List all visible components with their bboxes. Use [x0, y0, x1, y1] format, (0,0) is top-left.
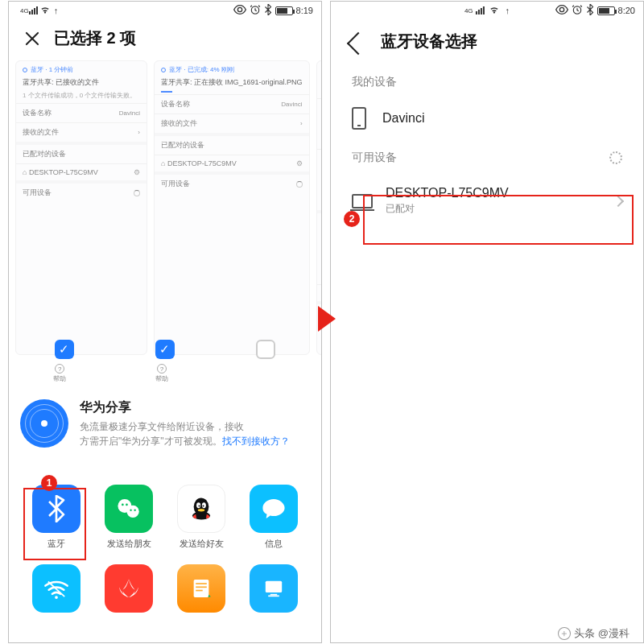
label-paired: 已配对的设备	[161, 140, 303, 151]
watermark: × 头条 @漫科	[555, 626, 633, 641]
wechat-icon	[105, 485, 153, 533]
svg-point-3	[122, 504, 124, 506]
checkbox-selected[interactable]: ✓	[155, 340, 175, 359]
value-paired: DESKTOP-L75C9MV	[29, 168, 134, 176]
help-button[interactable]: ?帮助	[53, 364, 66, 383]
preview-card[interactable]: 蓝牙 · 已完成: 4% 刚刚 蓝牙共享: 正在接收 IMG_1691-orig…	[154, 60, 310, 355]
huawei-share-panel: 华为分享 免流量极速分享文件给附近设备，接收方需开启"华为分享"才可被发现。找不…	[20, 399, 310, 448]
svg-point-2	[126, 506, 138, 518]
message-icon	[250, 485, 298, 533]
share-app-cast[interactable]	[237, 564, 310, 617]
checkbox-row: ✓ ✓	[9, 340, 321, 359]
eye-icon	[555, 5, 568, 16]
svg-point-14	[55, 596, 58, 599]
app-label: 信息	[265, 538, 283, 550]
device-row-mine[interactable]: Davinci	[331, 97, 643, 139]
card-line: 蓝牙共享: 已接收的文件	[16, 77, 147, 91]
bluetooth-dot-icon	[161, 68, 166, 72]
signal-icon	[476, 6, 485, 14]
value-device: Davinci	[119, 109, 140, 117]
net-label: 4G	[20, 7, 29, 14]
huawei-share-icon[interactable]	[20, 399, 68, 448]
step-badge-2: 2	[344, 211, 360, 227]
app-label: 发送给好友	[180, 538, 224, 550]
spinner-icon	[134, 190, 140, 196]
wlan-icon	[32, 564, 80, 613]
upload-icon: ↑	[506, 6, 510, 15]
qq-icon	[177, 485, 225, 533]
label-device: 设备名称	[161, 99, 281, 109]
share-app-messages[interactable]: 信息	[237, 485, 310, 550]
clock-text: 8:20	[618, 6, 635, 15]
chevron-right-icon: ›	[300, 120, 303, 127]
chevron-right-icon: ›	[138, 129, 140, 136]
header: 蓝牙设备选择	[331, 19, 643, 64]
cast-icon	[250, 564, 298, 613]
preview-card[interactable]: 蓝牙 · 1 分钟前 蓝牙共享: 已接收的文件 1 个文件传输成功，0 个文件传…	[15, 60, 147, 355]
eye-icon	[233, 5, 246, 16]
checkbox-unselected[interactable]	[256, 340, 275, 359]
gear-icon[interactable]: ⚙	[134, 168, 140, 176]
svg-point-11	[198, 506, 200, 507]
label-device: 设备名称	[23, 108, 119, 118]
close-icon[interactable]: ×	[555, 625, 574, 643]
help-label: 帮助	[53, 374, 66, 383]
status-bar: 4G ↑ 8:20	[331, 2, 643, 19]
app-label: 发送给朋友	[107, 538, 151, 550]
clock-text: 8:19	[296, 6, 313, 15]
gear-icon[interactable]: ⚙	[296, 159, 303, 167]
label-available: 可用设备	[161, 179, 296, 189]
svg-rect-20	[270, 594, 278, 596]
huawei-share-title: 华为分享	[80, 399, 290, 416]
share-app-qq[interactable]: 发送给好友	[165, 485, 237, 550]
svg-point-5	[130, 510, 131, 511]
help-label: 帮助	[155, 374, 168, 383]
flow-arrow-icon	[318, 306, 336, 332]
phone-left: 4G ↑ 8:19 已选择 2 项	[8, 1, 322, 643]
phone-icon	[352, 107, 366, 130]
svg-rect-18	[196, 590, 203, 592]
svg-point-6	[134, 510, 135, 511]
watermark-text: 头条 @漫科	[574, 626, 630, 641]
help-icon: ?	[157, 364, 167, 374]
svg-rect-17	[196, 586, 207, 588]
label-received: 接收的文件	[161, 118, 300, 129]
laptop-icon: ⌂	[161, 159, 165, 167]
huawei-share-link[interactable]: 找不到接收方？	[222, 436, 290, 447]
battery-icon	[597, 6, 615, 15]
huawei-share-desc: 免流量极速分享文件给附近设备，接收	[80, 421, 244, 432]
device-name: Davinci	[382, 111, 622, 126]
help-button[interactable]: ?帮助	[155, 364, 168, 383]
share-app-notes[interactable]	[165, 564, 237, 617]
svg-rect-21	[268, 596, 279, 597]
label-received: 接收的文件	[23, 127, 138, 138]
progress-icon	[161, 91, 172, 93]
svg-rect-19	[266, 581, 282, 592]
bluetooth-icon	[264, 4, 272, 17]
share-app-wechat[interactable]: 发送给朋友	[93, 485, 165, 550]
net-label: 4G	[464, 7, 473, 14]
step-highlight-2	[363, 195, 634, 245]
close-icon[interactable]	[22, 28, 43, 49]
share-app-huawei[interactable]	[93, 564, 165, 617]
svg-rect-15	[194, 580, 209, 597]
wifi-icon	[39, 5, 51, 16]
card-line: 蓝牙共享: 正在接收 IMG_1691-original.PNG	[155, 77, 309, 91]
alarm-icon	[572, 4, 583, 17]
share-app-wlan[interactable]	[20, 564, 93, 617]
section-available: 可用设备	[331, 139, 643, 173]
phone-right: 4G ↑ 8:20 蓝牙设备选择 我的设备 Davinci 可用设备 D	[330, 1, 644, 643]
preview-cards: 蓝牙 · 1 分钟前 蓝牙共享: 已接收的文件 1 个文件传输成功，0 个文件传…	[9, 60, 321, 355]
card-sub: 1 个文件传输成功，0 个文件传输失败。	[16, 91, 147, 103]
svg-rect-16	[196, 583, 207, 584]
svg-point-9	[196, 502, 200, 508]
svg-point-4	[126, 504, 128, 506]
checkbox-selected[interactable]: ✓	[55, 340, 74, 359]
status-bar: 4G ↑ 8:19	[9, 2, 321, 19]
card-header: 蓝牙 · 已完成: 4% 刚刚	[169, 65, 234, 74]
bluetooth-icon	[586, 4, 594, 17]
signal-icon	[29, 6, 38, 14]
huawei-icon	[105, 564, 153, 613]
spinner-icon	[609, 151, 622, 164]
back-icon[interactable]	[347, 32, 366, 52]
